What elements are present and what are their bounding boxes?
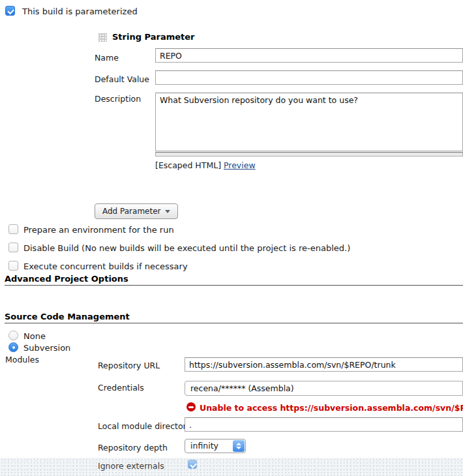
scm-none-radio[interactable] <box>8 331 18 340</box>
repository-url-label: Repository URL <box>98 361 160 370</box>
textarea-resize-handle[interactable] <box>155 152 463 156</box>
ignore-externals-label: Ignore externals <box>98 461 164 471</box>
parameterized-checkbox[interactable] <box>5 6 15 16</box>
prepare-environment-label: Prepare an environment for the run <box>23 225 174 235</box>
parameter-type-title: String Parameter <box>112 32 194 42</box>
error-icon <box>187 402 196 411</box>
bottom-overlay-band <box>0 458 463 476</box>
scm-subversion-label: Subversion <box>23 343 70 353</box>
select-stepper-icon <box>233 440 245 452</box>
drag-handle-icon[interactable] <box>98 33 107 42</box>
repository-depth-select[interactable]: infinity <box>185 439 246 453</box>
jenkins-config-form: This build is parameterized String Param… <box>0 0 463 476</box>
escaped-html-note: [Escaped HTML] Preview <box>155 160 256 170</box>
repository-url-input[interactable] <box>185 357 463 372</box>
preview-link[interactable]: Preview <box>224 160 256 170</box>
add-parameter-button[interactable]: Add Parameter <box>95 203 178 219</box>
concurrent-builds-label: Execute concurrent builds if necessary <box>23 261 188 271</box>
add-parameter-label: Add Parameter <box>102 207 160 216</box>
source-code-management-heading: Source Code Management <box>5 312 130 321</box>
ignore-externals-checkbox[interactable] <box>188 460 197 469</box>
name-input[interactable] <box>155 48 463 63</box>
caret-down-icon <box>165 210 170 213</box>
name-label: Name <box>95 53 119 63</box>
prepare-environment-checkbox[interactable] <box>8 224 18 234</box>
advanced-project-options-heading: Advanced Project Options <box>5 274 128 284</box>
scm-subversion-radio[interactable] <box>8 342 18 352</box>
repository-access-error: Unable to access https://subversion.asse… <box>200 403 463 413</box>
repository-depth-value: infinity <box>190 441 218 451</box>
section-divider <box>5 323 463 323</box>
description-textarea[interactable]: What Subversion repository do you want t… <box>155 93 463 151</box>
escaped-html-label: [Escaped HTML] <box>155 160 221 170</box>
local-module-directory-label: Local module directory <box>98 421 191 431</box>
local-module-directory-input[interactable] <box>185 417 463 432</box>
credentials-label: Credentials <box>98 383 144 393</box>
repository-depth-label: Repository depth <box>98 443 168 453</box>
default-value-label: Default Value <box>95 74 149 84</box>
default-value-input[interactable] <box>155 70 463 85</box>
parameterized-label: This build is parameterized <box>22 7 138 16</box>
credentials-select[interactable]: recena/****** (Assembla) <box>185 381 463 396</box>
disable-build-label: Disable Build (No new builds will be exe… <box>23 243 350 253</box>
section-divider <box>5 285 463 286</box>
description-label: Description <box>95 94 141 104</box>
scm-none-label: None <box>23 331 46 341</box>
disable-build-checkbox[interactable] <box>8 243 18 252</box>
modules-label: Modules <box>5 355 39 364</box>
concurrent-builds-checkbox[interactable] <box>8 261 18 271</box>
